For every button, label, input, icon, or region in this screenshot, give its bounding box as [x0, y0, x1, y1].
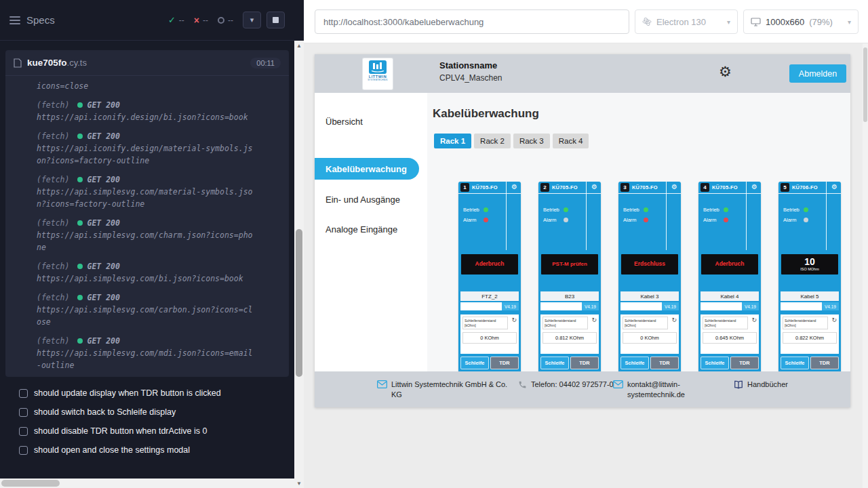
status-text: Aderbruch	[475, 261, 505, 267]
betrieb-row: Betrieb	[703, 207, 728, 213]
viewport-size-select[interactable]: 1000x660 (79%) ▾	[743, 9, 859, 34]
sidebar-item-ein-und-ausgaenge[interactable]: Ein- und Ausgänge	[326, 195, 400, 205]
pending-count: --	[228, 16, 233, 25]
settings-gear-icon[interactable]: ⚙	[719, 64, 732, 80]
network-log-entry[interactable]: (fetch) GET 200 https://api.simplesvg.co…	[5, 260, 289, 285]
fetch-label: (fetch)	[37, 174, 69, 186]
schleife-button[interactable]: Schleife	[460, 357, 489, 369]
alarm-status-dot	[804, 218, 808, 222]
tdr-button[interactable]: TDR	[490, 357, 519, 369]
card-divider	[538, 193, 601, 194]
device-model: KÜ705-FO	[712, 184, 738, 190]
app-footer: Littwin Systemtechnik GmbH & Co. KG Tele…	[315, 371, 850, 407]
collapse-button[interactable]: ▾	[243, 12, 261, 28]
sidebar-item-analoge-eingaenge[interactable]: Analoge Eingänge	[326, 224, 397, 235]
device-model: KÜ705-FO	[552, 184, 578, 190]
scroll-down-icon[interactable]: ▼	[294, 479, 304, 488]
device-card: 4 KÜ705-FO ⚙ Betrieb Alarm Aderbruch	[698, 182, 761, 385]
test-item[interactable]: should update display when TDR button is…	[0, 384, 283, 403]
horizontal-scrollbar-thumb[interactable]	[1, 480, 60, 487]
specs-title: Specs	[26, 14, 55, 26]
scroll-up-icon[interactable]: ▲	[294, 41, 304, 50]
test-item[interactable]: should open and close the settings modal	[0, 441, 283, 460]
url-input[interactable]	[315, 9, 629, 34]
schleife-button[interactable]: Schleife	[540, 357, 569, 369]
alarm-status-dot	[724, 218, 728, 222]
fetch-label: (fetch)	[37, 99, 69, 111]
firmware-version: V4.19	[662, 302, 679, 310]
alarm-row: Alarm	[703, 217, 728, 223]
betrieb-status-dot	[724, 207, 728, 212]
status-ok-dot	[77, 134, 83, 139]
log-entry-head: (fetch) GET 200	[37, 335, 254, 347]
refresh-icon[interactable]: ↻	[511, 317, 517, 323]
scrollbar-thumb[interactable]	[296, 229, 302, 377]
measurement-panel: Schleifenwiderstand [kOhm] ↻ 0.822 KOhm	[781, 314, 839, 354]
network-log-entry[interactable]: (fetch) GET 200 https://api.simplesvg.co…	[5, 291, 289, 328]
device-gear-icon[interactable]: ⚙	[591, 183, 597, 190]
contact-email[interactable]: kontakt@littwin-systemtechnik.de	[627, 380, 703, 400]
sidebar-item-uebersicht[interactable]: Übersicht	[326, 117, 363, 127]
tdr-button[interactable]: TDR	[810, 357, 839, 369]
alarm-label: Alarm	[463, 217, 484, 223]
network-log-entry[interactable]: (fetch) GET 200 https://api.iconify.desi…	[5, 99, 289, 123]
fetch-label: (fetch)	[37, 335, 69, 347]
stop-button[interactable]	[267, 12, 285, 28]
tdr-button[interactable]: TDR	[650, 357, 679, 369]
alarm-label: Alarm	[703, 217, 724, 223]
network-log-entry[interactable]: (fetch) GET 200 https://api.simplesvg.co…	[5, 217, 289, 253]
network-log-entry[interactable]: (fetch) GET 200 https://api.simplesvg.co…	[5, 335, 289, 371]
stat-pending: --	[218, 16, 233, 25]
schleife-button[interactable]: Schleife	[620, 357, 649, 369]
network-log-entry[interactable]: (fetch) GET 200 https://api.simplesvg.co…	[5, 174, 289, 210]
page-scrollbar-thumb[interactable]	[863, 47, 867, 122]
betrieb-label: Betrieb	[463, 207, 484, 213]
card-buttons: Schleife TDR	[620, 357, 679, 369]
device-gear-icon[interactable]: ⚙	[511, 183, 517, 190]
refresh-icon[interactable]: ↻	[831, 317, 837, 323]
card-divider	[826, 182, 827, 250]
schleife-button[interactable]: Schleife	[701, 357, 729, 369]
specs-menu-icon[interactable]	[9, 16, 20, 24]
tab-rack-4[interactable]: Rack 4	[553, 134, 589, 148]
scrollbar-track[interactable]: ▲ ▼	[294, 41, 304, 488]
alarm-row: Alarm	[463, 217, 488, 223]
phone-icon	[518, 380, 527, 389]
horizontal-scrollbar[interactable]	[0, 479, 294, 488]
version-row: V4.19	[620, 302, 679, 310]
tab-rack-2[interactable]: Rack 2	[474, 134, 511, 148]
device-gear-icon[interactable]: ⚙	[751, 183, 757, 190]
network-log-entry[interactable]: (fetch) GET 200 https://api.iconify.desi…	[5, 130, 289, 167]
spec-row[interactable]: kue705fo .cy.ts 00:11	[5, 50, 289, 76]
schleife-button[interactable]: Schleife	[781, 357, 809, 369]
cable-name: Kabel 5	[781, 291, 839, 301]
cypress-reporter-panel: Specs ✓-- ×-- -- ▾ kue705fo .cy.ts 00:11…	[0, 0, 294, 488]
status-ok-dot	[77, 295, 83, 300]
device-model: KÜ705-FO	[632, 184, 658, 190]
alarm-row: Alarm	[783, 217, 808, 223]
tab-rack-1[interactable]: Rack 1	[434, 134, 471, 148]
tdr-button[interactable]: TDR	[730, 357, 759, 369]
page-scrollbar[interactable]	[863, 43, 868, 488]
failed-count: --	[203, 16, 208, 25]
status-display: Erdschluss	[621, 254, 678, 274]
betrieb-row: Betrieb	[623, 207, 648, 213]
logout-button[interactable]: Abmelden	[789, 64, 846, 83]
browser-select[interactable]: Electron 130 ▾	[635, 9, 738, 34]
refresh-icon[interactable]: ↻	[671, 317, 677, 323]
test-item[interactable]: should switch back to Schleife display	[0, 403, 283, 422]
sidebar-item-kabelueberwachung[interactable]: Kabelüberwachung	[315, 158, 419, 180]
test-title: should open and close the settings modal	[34, 445, 190, 455]
log-entry-head: (fetch) GET 200	[37, 291, 254, 304]
refresh-icon[interactable]: ↻	[591, 317, 597, 323]
firmware-version: V4.19	[822, 302, 839, 310]
device-gear-icon[interactable]: ⚙	[831, 183, 837, 190]
test-list: should update display when TDR button is…	[0, 384, 283, 460]
device-gear-icon[interactable]: ⚙	[671, 183, 677, 190]
tab-rack-3[interactable]: Rack 3	[513, 134, 550, 148]
refresh-icon[interactable]: ↻	[751, 317, 757, 323]
tdr-button[interactable]: TDR	[570, 357, 599, 369]
test-state-icon	[19, 389, 28, 398]
test-item[interactable]: should disable TDR button when tdrActive…	[0, 422, 283, 441]
manuals-link[interactable]: Handbücher	[747, 380, 788, 390]
